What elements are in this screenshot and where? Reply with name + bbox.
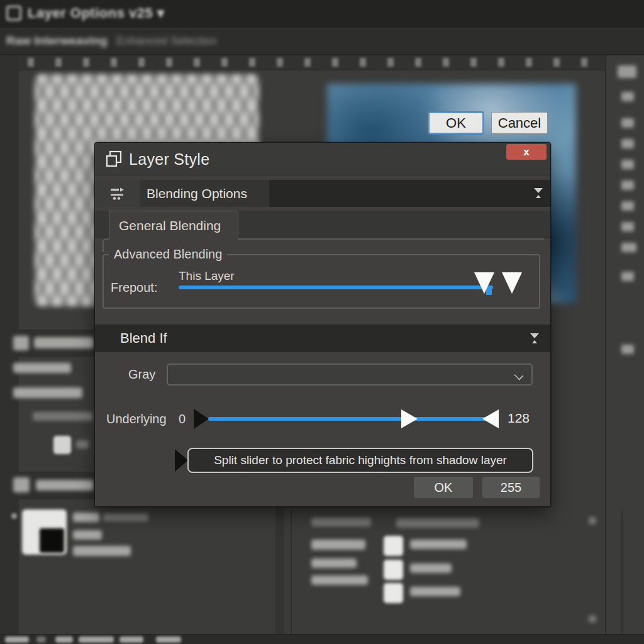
tool-strip [605, 55, 644, 635]
tab-blending-options[interactable]: Blending Options [140, 180, 269, 207]
dialog-ok-label: OK [435, 480, 453, 495]
app-titlebar: Layer Options v25 ▾ [0, 0, 644, 28]
this-layer-label: This Layer [179, 269, 235, 283]
background-ok-button[interactable]: OK [428, 112, 484, 134]
channel-select[interactable] [167, 364, 533, 386]
tooltip-text: Split slider to protect fabric highights… [214, 453, 507, 467]
dialog-title: Layer Style [129, 150, 209, 169]
panel-icon [13, 477, 30, 492]
underlying-split-handle-icon[interactable] [401, 409, 418, 428]
status-item-blurred [55, 636, 73, 643]
blending-options-bar: Blending Options [95, 180, 550, 207]
checkbox-blurred[interactable] [53, 436, 71, 454]
blurred-label [311, 575, 368, 585]
blending-icon-box[interactable] [95, 180, 140, 207]
tool-icon[interactable] [621, 222, 634, 231]
tool-icon[interactable] [621, 201, 634, 211]
layer-thumbnail-mask [40, 528, 64, 553]
ruler-ticks [0, 58, 644, 67]
status-item-blurred [156, 636, 181, 643]
tool-icon[interactable] [621, 180, 634, 190]
blurred-label [311, 558, 357, 568]
panel-divider [291, 511, 292, 635]
checkbox-blurred[interactable] [384, 583, 403, 603]
panel-title-blurred [36, 480, 94, 491]
underlying-label: Underlying [106, 412, 167, 426]
blurred-icon [589, 517, 596, 525]
application-window: Layer Options v25 ▾ Raw Interweaving Enh… [0, 0, 644, 644]
tab-general-blending-label: General Blending [119, 218, 221, 233]
channel-label: Gray [128, 367, 155, 382]
checkbox-blurred[interactable] [384, 560, 403, 580]
blend-if-header[interactable]: Blend If [95, 325, 550, 352]
knockout-label: Frepout: [111, 280, 157, 295]
tooltip-arrow-icon [175, 449, 188, 472]
this-layer-slider-track[interactable] [179, 286, 493, 289]
layer-name-blurred [73, 530, 102, 540]
app-title-text: Layer Options v25 [28, 5, 153, 21]
this-layer-handle-icon[interactable] [502, 272, 522, 294]
blend-if-title: Blend If [120, 330, 167, 347]
underlying-right-handle-icon[interactable] [482, 409, 499, 428]
status-item-blurred [119, 636, 143, 643]
blurred-label [396, 518, 479, 528]
collapse-section-icon[interactable] [533, 187, 543, 199]
dialog-ok-button[interactable]: OK [414, 477, 473, 498]
blurred-label [311, 540, 365, 550]
checkbox-label-blurred [410, 540, 467, 549]
tab-general-blending[interactable]: General Blending [109, 211, 238, 240]
app-logo-icon [6, 6, 21, 21]
underlying-max-value: 128 [508, 411, 530, 426]
tool-icon[interactable] [621, 243, 636, 252]
dialog-titlebar[interactable]: Layer Style x [95, 143, 550, 175]
this-layer-handle-icon[interactable] [474, 272, 494, 294]
layer-name-blurred [73, 546, 131, 556]
background-ok-label: OK [446, 115, 466, 131]
tool-icon[interactable] [618, 65, 636, 78]
background-cancel-button[interactable]: Cancel [491, 112, 548, 134]
status-item-blurred [79, 636, 114, 643]
underlying-left-handle-icon[interactable] [194, 409, 209, 429]
tab-blending-options-label: Blending Options [147, 186, 247, 201]
document-tab-bar: Raw Interweaving Enhanced Selection [0, 28, 644, 55]
max-value-label: 255 [501, 480, 521, 495]
blurred-label [13, 387, 82, 398]
tool-icon[interactable] [621, 272, 634, 281]
tool-icon[interactable] [621, 92, 634, 101]
checkbox-blurred[interactable] [384, 536, 403, 556]
tool-icon[interactable] [621, 345, 634, 354]
background-cancel-label: Cancel [498, 115, 541, 131]
split-slider-tooltip: Split slider to protect fabric highights… [187, 448, 533, 473]
layer-name-blurred [73, 513, 99, 522]
document-tab-inactive[interactable]: Enhanced Selection [116, 35, 217, 48]
blurred-icon [589, 615, 596, 623]
collapse-section-icon[interactable] [530, 333, 540, 345]
document-tab-active[interactable]: Raw Interweaving [6, 34, 108, 48]
advanced-blending-legend: Advanced Blending [109, 247, 227, 262]
panel-icon [13, 336, 29, 350]
close-icon: x [523, 146, 529, 158]
underlying-slider-track[interactable] [208, 417, 497, 421]
status-item-blurred [36, 636, 46, 643]
checkbox-label-blurred [410, 587, 460, 596]
panel-divider [621, 511, 623, 635]
layer-meta-blurred [103, 513, 148, 521]
layers-icon [105, 150, 124, 169]
tool-icon[interactable] [621, 139, 634, 148]
horizontal-ruler [0, 55, 644, 70]
blurred-label [76, 440, 89, 448]
app-title: Layer Options v25 ▾ [28, 5, 164, 21]
blurred-label [13, 363, 71, 373]
tool-icon[interactable] [621, 160, 634, 169]
close-button[interactable]: x [506, 144, 547, 160]
max-value-button[interactable]: 255 [482, 477, 540, 498]
layer-visibility-dot[interactable] [11, 513, 17, 519]
tool-icon[interactable] [621, 118, 634, 128]
menu-arrow-icon[interactable]: ▾ [157, 5, 165, 21]
blurred-label [33, 412, 93, 421]
blurred-label [311, 518, 371, 526]
checkbox-label-blurred [410, 564, 452, 573]
sliders-icon [108, 186, 127, 202]
layer-style-dialog: Layer Style x Blending Options [94, 142, 551, 507]
chevron-down-icon [515, 372, 523, 379]
